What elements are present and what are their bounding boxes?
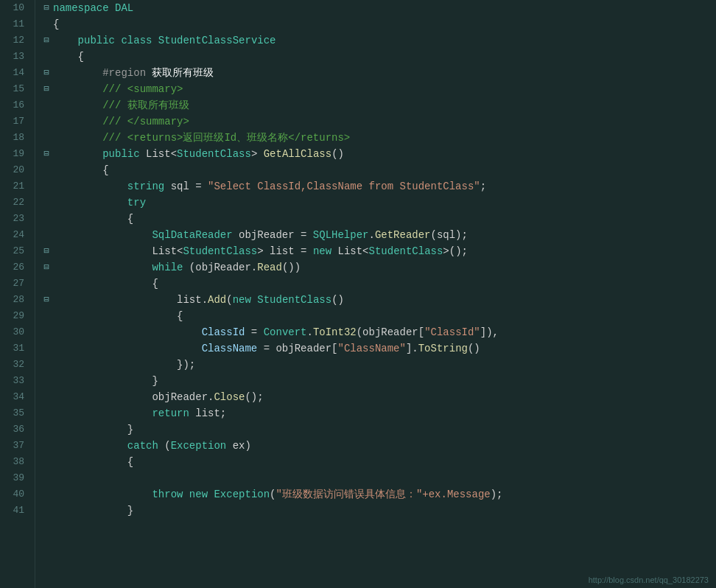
- token-plain: [109, 2, 115, 14]
- token-container: /// <summary>: [53, 81, 183, 97]
- token-plain: {: [53, 456, 133, 468]
- code-line: }: [41, 373, 716, 389]
- code-line: {: [41, 454, 716, 470]
- token-string: "ClassName": [337, 343, 405, 354]
- token-plain: (: [226, 294, 232, 306]
- fold-space: [41, 197, 52, 208]
- code-line: [41, 470, 716, 486]
- code-line: string sql = "Select ClassId,ClassName f…: [41, 178, 716, 195]
- token-method: GetAllClass: [264, 148, 331, 160]
- token-plain: .: [306, 326, 312, 338]
- code-line: ⊟ list.Add(new StudentClass(): [41, 292, 716, 308]
- token-kw: new: [189, 489, 208, 500]
- token-container: SqlDataReader objReader = SQLHelper.GetR…: [53, 227, 468, 243]
- fold-button[interactable]: ⊟: [41, 68, 52, 78]
- token-plain: list;: [189, 407, 226, 419]
- line-number: 28: [0, 292, 29, 308]
- token-plain: {: [53, 18, 59, 30]
- token-method: GetReader: [375, 229, 431, 241]
- code-line: /// </summary>: [41, 113, 716, 130]
- token-class-name: StudentClassService: [158, 35, 276, 46]
- token-kw: return: [152, 407, 189, 419]
- token-kw: try: [127, 197, 146, 209]
- fold-button[interactable]: ⊟: [41, 262, 52, 273]
- fold-space: [41, 311, 52, 321]
- token-class-name: SqlDataReader: [152, 229, 232, 241]
- token-plain: [53, 148, 102, 160]
- fold-space: [41, 473, 52, 483]
- line-number: 36: [0, 421, 29, 438]
- token-plain: [53, 489, 152, 500]
- token-comment: /// <returns>返回班级Id、班级名称</returns>: [102, 132, 350, 144]
- token-container: {: [53, 276, 158, 292]
- code-line: ⊟ List<StudentClass> list = new List<Stu…: [41, 243, 716, 259]
- fold-button[interactable]: ⊟: [41, 149, 52, 159]
- code-line: ⊟ public class StudentClassService: [41, 32, 716, 49]
- token-kw: new: [233, 294, 251, 306]
- token-container: list.Add(new StudentClass(): [53, 292, 344, 308]
- token-string: "Select ClassId,ClassName from StudentCl…: [208, 181, 480, 192]
- token-plain: [152, 35, 158, 46]
- token-class-name: StudentClass: [369, 245, 443, 257]
- token-plain: [53, 99, 102, 111]
- fold-space: [41, 116, 52, 127]
- token-region-cn: 获取所有班级: [152, 67, 214, 79]
- line-number: 18: [0, 130, 29, 146]
- fold-button[interactable]: ⊟: [41, 3, 52, 13]
- code-line: {: [41, 308, 716, 324]
- fold-space: [41, 505, 52, 516]
- code-line: {: [41, 162, 716, 178]
- token-plain: ].: [406, 343, 418, 354]
- token-plain: [53, 229, 152, 241]
- token-plain: [53, 132, 102, 144]
- line-number: 12: [0, 32, 29, 49]
- line-number-gutter: 1011121314151617181920212223242526272829…: [0, 0, 35, 588]
- token-class-name: Convert: [264, 326, 307, 338]
- fold-button[interactable]: ⊟: [41, 84, 52, 94]
- token-kw: string: [127, 181, 164, 192]
- line-number: 34: [0, 389, 29, 405]
- token-method: Add: [208, 294, 226, 306]
- code-line: /// <returns>返回班级Id、班级名称</returns>: [41, 130, 716, 146]
- fold-space: [41, 230, 52, 240]
- code-line: ⊟ #region 获取所有班级: [41, 65, 716, 81]
- code-line: }: [41, 503, 716, 519]
- line-number: 17: [0, 113, 29, 130]
- line-number: 41: [0, 503, 29, 519]
- fold-button[interactable]: ⊟: [41, 35, 52, 46]
- token-plain: {: [53, 51, 84, 63]
- token-prop: ClassName: [202, 343, 258, 354]
- token-class-name: StudentClass: [257, 294, 331, 306]
- token-string: "班级数据访问错误具体信息："+ex.Message: [276, 489, 491, 500]
- line-number: 21: [0, 178, 29, 195]
- fold-button[interactable]: ⊟: [41, 295, 52, 305]
- line-number: 16: [0, 97, 29, 113]
- token-container: #region 获取所有班级: [53, 65, 214, 81]
- token-plain: [53, 35, 78, 46]
- token-comment: /// 获取所有班级: [102, 99, 189, 111]
- token-plain: .: [368, 229, 374, 241]
- fold-space: [41, 133, 52, 143]
- token-container: {: [53, 211, 133, 227]
- fold-space: [41, 457, 52, 467]
- fold-space: [41, 214, 52, 224]
- token-container: /// </summary>: [53, 113, 189, 130]
- fold-space: [41, 165, 52, 175]
- token-plain: > list =: [257, 245, 313, 257]
- token-comment: /// <summary>: [102, 83, 183, 95]
- token-plain: });: [53, 359, 195, 371]
- token-plain: sql =: [164, 181, 208, 192]
- token-plain: ]),: [480, 326, 499, 338]
- token-plain: >: [251, 148, 264, 160]
- code-line: });: [41, 357, 716, 373]
- token-container: }: [53, 503, 133, 519]
- token-plain: }: [53, 505, 133, 517]
- code-line: throw new Exception("班级数据访问错误具体信息："+ex.M…: [41, 486, 716, 503]
- token-class-name: Exception: [171, 440, 227, 452]
- token-method: Read: [257, 262, 282, 273]
- fold-button[interactable]: ⊟: [41, 246, 52, 256]
- token-plain: ex): [226, 440, 251, 452]
- token-plain: ()): [282, 262, 301, 273]
- fold-space: [41, 19, 52, 29]
- fold-space: [41, 52, 52, 62]
